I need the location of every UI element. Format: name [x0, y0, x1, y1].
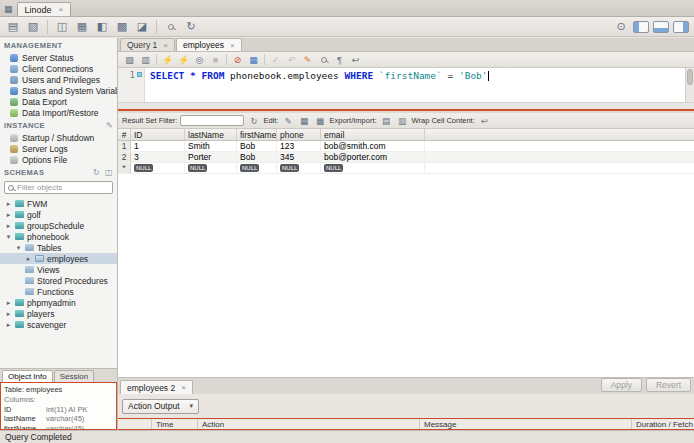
schema-filter-input[interactable] — [17, 183, 109, 192]
window-tab-linode[interactable]: Linode × — [17, 2, 72, 16]
chevron-right-icon[interactable]: ▸ — [5, 321, 12, 329]
create-table-icon[interactable]: ▦ — [73, 19, 91, 35]
output-header-duration[interactable]: Duration / Fetch — [632, 419, 694, 429]
stop-on-error-toggle-icon[interactable]: ⊘ — [230, 53, 245, 66]
tab-employees-2[interactable]: employees 2 × — [120, 380, 193, 394]
tree-item-functions[interactable]: Functions — [0, 286, 117, 297]
sql-editor[interactable]: 1 SELECT * FROM phonebook.employees WHER… — [118, 68, 694, 102]
tab-object-info[interactable]: Object Info — [2, 370, 53, 382]
sidebar-item-users-privileges[interactable]: Users and Privileges — [0, 74, 117, 85]
beautify-sql-icon[interactable]: ✎ — [300, 53, 315, 66]
create-schema-icon[interactable]: ◫ — [53, 19, 71, 35]
revert-button[interactable]: Revert — [646, 378, 691, 392]
tree-item-scavenger[interactable]: ▸ scavenger — [0, 319, 117, 330]
wrap-text-icon[interactable]: ↩ — [348, 53, 363, 66]
tree-item-phpmyadmin[interactable]: ▸ phpmyadmin — [0, 297, 117, 308]
tab-employees[interactable]: employees × — [176, 38, 242, 51]
export-recordset-icon[interactable]: ▤ — [380, 115, 393, 127]
invisible-chars-icon[interactable]: ¶ — [332, 53, 347, 66]
apply-button[interactable]: Apply — [601, 378, 642, 392]
schemas-add-icon[interactable]: ◫ — [105, 168, 113, 177]
stop-icon[interactable]: ■ — [208, 53, 223, 66]
tree-item-players[interactable]: ▸ players — [0, 308, 117, 319]
sidebar-item-options-file[interactable]: Options File — [0, 154, 117, 165]
table-row[interactable]: 1 1 Smith Bob 123 bob@smith.com — [118, 141, 694, 152]
tree-item-phonebook[interactable]: ▾ phonebook — [0, 231, 117, 242]
close-icon[interactable]: × — [181, 383, 186, 392]
toggle-right-sidebar-icon[interactable] — [673, 21, 689, 33]
chevron-right-icon[interactable]: ▸ — [5, 310, 12, 318]
close-icon[interactable]: × — [230, 41, 235, 50]
action-output-dropdown[interactable]: Action Output ▾ — [122, 399, 199, 414]
chevron-right-icon[interactable]: ▸ — [5, 211, 12, 219]
tree-item-groupschedule[interactable]: ▸ groupSchedule — [0, 220, 117, 231]
result-filter-input[interactable] — [181, 116, 243, 125]
tab-query-1[interactable]: Query 1 × — [120, 38, 175, 51]
create-procedure-icon[interactable]: ▩ — [113, 19, 131, 35]
tree-item-tables[interactable]: ▾ Tables — [0, 242, 117, 253]
close-icon[interactable]: × — [163, 41, 168, 50]
output-header-time[interactable]: Time — [152, 419, 198, 429]
import-records-icon[interactable]: ▥ — [396, 115, 409, 127]
chevron-down-icon[interactable]: ▾ — [15, 244, 22, 252]
reconnect-database-icon[interactable]: ↻ — [182, 19, 200, 35]
grid-header-phone[interactable]: phone — [277, 129, 321, 140]
tree-item-views[interactable]: Views — [0, 264, 117, 275]
add-row-icon[interactable]: ▦ — [297, 115, 310, 127]
tree-item-fwm[interactable]: ▸ FWM — [0, 198, 117, 209]
output-header-action[interactable]: Action — [198, 419, 420, 429]
scrollbar-thumb[interactable] — [687, 69, 693, 85]
grid-header-email[interactable]: email — [321, 129, 425, 140]
sidebar-item-data-export[interactable]: Data Export — [0, 96, 117, 107]
edit-record-icon[interactable]: ✎ — [281, 115, 294, 127]
new-query-tab-icon[interactable]: ▤ — [4, 19, 22, 35]
chevron-down-icon[interactable]: ▾ — [5, 233, 12, 241]
execute-icon[interactable]: ⚡ — [160, 53, 175, 66]
chevron-right-icon[interactable]: ▸ — [5, 222, 12, 230]
close-icon[interactable]: × — [59, 5, 64, 14]
delete-row-icon[interactable]: ▩ — [313, 115, 326, 127]
refresh-icon[interactable]: ↻ — [247, 115, 260, 127]
tree-item-golf[interactable]: ▸ golf — [0, 209, 117, 220]
create-view-icon[interactable]: ◧ — [93, 19, 111, 35]
rollback-icon[interactable]: ↶ — [284, 53, 299, 66]
grid-header-id[interactable]: ID — [131, 129, 185, 140]
find-icon[interactable] — [316, 53, 331, 66]
sidebar-item-server-status[interactable]: Server Status — [0, 52, 117, 63]
editor-horizontal-scrollbar[interactable] — [118, 102, 694, 109]
schema-filter[interactable] — [4, 181, 113, 194]
execute-current-icon[interactable]: ⚡ — [176, 53, 191, 66]
wrap-cell-content-icon[interactable]: ↩ — [478, 115, 491, 127]
schemas-refresh-icon[interactable]: ↻ — [93, 168, 100, 177]
grid-header-firstname[interactable]: firstName — [237, 129, 277, 140]
sidebar-item-server-logs[interactable]: Server Logs — [0, 143, 117, 154]
table-row[interactable]: 2 3 Porter Bob 345 bob@porter.com — [118, 152, 694, 163]
open-sql-script-icon[interactable]: ▧ — [24, 19, 42, 35]
sidebar-item-data-import[interactable]: Data Import/Restore — [0, 107, 117, 118]
editor-vertical-scrollbar[interactable] — [685, 68, 694, 102]
toggle-output-area-icon[interactable] — [653, 21, 669, 33]
chevron-right-icon[interactable]: ▸ — [5, 200, 12, 208]
chevron-right-icon[interactable]: ▸ — [5, 299, 12, 307]
create-function-icon[interactable]: ◪ — [133, 19, 151, 35]
limit-rows-icon[interactable]: ▦ — [246, 53, 261, 66]
sidebar-item-client-connections[interactable]: Client Connections — [0, 63, 117, 74]
table-row-new[interactable]: * NULL NULL NULL NULL NULL — [118, 163, 694, 174]
tab-session[interactable]: Session — [54, 370, 94, 382]
sql-code-line[interactable]: SELECT * FROM phonebook.employees WHERE … — [145, 68, 694, 102]
sidebar-item-system-variables[interactable]: Status and System Variables — [0, 85, 117, 96]
chevron-right-icon[interactable]: ▸ — [25, 255, 32, 263]
output-header-message[interactable]: Message — [420, 419, 632, 429]
search-data-icon[interactable] — [162, 19, 180, 35]
save-icon[interactable]: ▥ — [138, 53, 153, 66]
tree-item-employees[interactable]: ▸ employees — [0, 253, 117, 264]
result-filter-box[interactable] — [180, 115, 244, 126]
sidebar-item-startup-shutdown[interactable]: Startup / Shutdown — [0, 132, 117, 143]
explain-icon[interactable]: ◎ — [192, 53, 207, 66]
commit-icon[interactable]: ✓ — [268, 53, 283, 66]
grid-header-lastname[interactable]: lastName — [185, 129, 237, 140]
grid-header-rownum[interactable]: # — [118, 129, 131, 140]
open-file-icon[interactable]: ▧ — [122, 53, 137, 66]
tree-item-stored-procedures[interactable]: Stored Procedures — [0, 275, 117, 286]
toggle-left-sidebar-icon[interactable] — [633, 21, 649, 33]
